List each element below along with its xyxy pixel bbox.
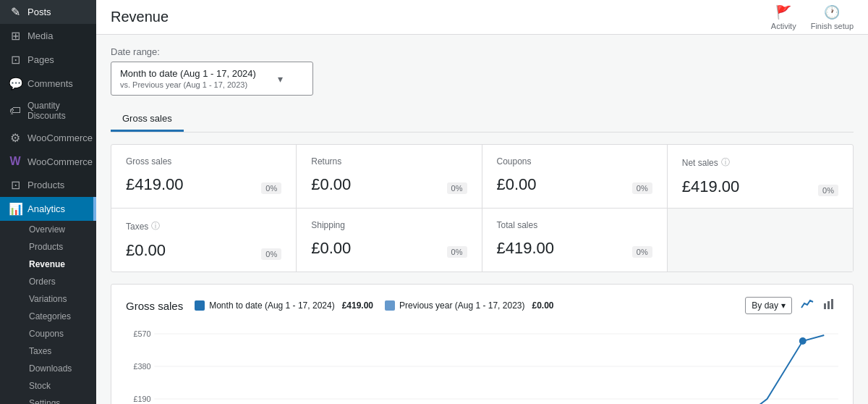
sidebar-sub-coupons[interactable]: Coupons — [9, 325, 96, 342]
svg-text:£380: £380 — [133, 362, 150, 371]
tab-gross-sales[interactable]: Gross sales — [111, 107, 184, 132]
svg-point-10 — [799, 337, 807, 345]
sidebar-sub-downloads[interactable]: Downloads — [9, 360, 96, 377]
sidebar-sub-variations[interactable]: Variations — [9, 290, 96, 308]
returns-value: £0.00 — [311, 175, 351, 194]
svg-text:£190: £190 — [133, 395, 150, 403]
media-icon: ⊞ — [9, 29, 22, 43]
sidebar-sub-taxes[interactable]: Taxes — [9, 342, 96, 360]
page-title: Revenue — [111, 9, 169, 25]
date-range-selector[interactable]: Month to date (Aug 1 - 17, 2024) vs. Pre… — [111, 62, 313, 96]
stats-grid: Gross sales £419.00 0% Returns £0.00 0% — [111, 144, 854, 272]
woocommerce-icon: W — [9, 155, 22, 168]
main-content: Revenue 🚩 Activity 🕐 Finish setup Date r… — [96, 0, 868, 404]
date-range-main: Month to date (Aug 1 - 17, 2024) — [120, 68, 256, 79]
date-range-sub: vs. Previous year (Aug 1 - 17, 2023) — [120, 80, 256, 89]
quantity-discounts-icon: 🏷 — [9, 104, 22, 117]
sidebar-item-posts[interactable]: ✎ Posts — [0, 0, 96, 24]
gross-sales-badge: 0% — [261, 182, 281, 194]
stat-taxes: Taxes ⓘ £0.00 0% — [111, 209, 297, 272]
net-sales-value: £419.00 — [682, 177, 740, 196]
comments-icon: 💬 — [9, 77, 22, 91]
chart-tabs: Gross sales — [111, 107, 854, 132]
clock-icon: 🕐 — [824, 4, 840, 20]
bar-chart-button[interactable] — [820, 296, 838, 315]
sidebar-item-woocommerce[interactable]: W WooCommerce — [0, 150, 96, 173]
sidebar: ✎ Posts ⊞ Media ⊡ Pages 💬 Comments 🏷 Qua… — [0, 0, 96, 404]
info-icon-taxes: ⓘ — [151, 220, 160, 232]
legend-period2: Previous year (Aug 1 - 17, 2023) £0.00 — [385, 300, 553, 311]
analytics-icon: 📊 — [9, 202, 22, 216]
info-icon: ⓘ — [721, 156, 730, 169]
chart-svg: £570 £380 £190 — [126, 327, 838, 404]
date-range-text: Month to date (Aug 1 - 17, 2024) vs. Pre… — [120, 68, 256, 89]
coupons-badge: 0% — [632, 182, 652, 194]
products-icon: ⊡ — [9, 178, 22, 192]
date-range-label: Date range: — [111, 46, 854, 57]
legend-period1: Month to date (Aug 1 - 17, 2024) £419.00 — [195, 300, 373, 311]
sidebar-sub-categories[interactable]: Categories — [9, 308, 96, 325]
sidebar-sub-products[interactable]: Products — [9, 238, 96, 256]
stat-coupons: Coupons £0.00 0% — [482, 145, 668, 209]
analytics-submenu: Overview Products Revenue Orders Variati… — [0, 221, 96, 404]
total-sales-value: £419.00 — [497, 239, 555, 258]
net-sales-badge: 0% — [818, 185, 838, 196]
sidebar-sub-stock[interactable]: Stock — [9, 377, 96, 395]
legend-value-2: £0.00 — [532, 300, 553, 311]
sidebar-item-quantity-discounts[interactable]: 🏷 Quantity Discounts — [0, 96, 96, 126]
pages-icon: ⊡ — [9, 53, 22, 67]
stat-empty — [668, 209, 853, 272]
legend-checkbox-2 — [385, 300, 395, 311]
page-header: Revenue 🚩 Activity 🕐 Finish setup — [96, 0, 868, 35]
sidebar-item-products[interactable]: ⊡ Products — [0, 173, 96, 197]
taxes-badge: 0% — [261, 248, 281, 260]
chart-header: Gross sales Month to date (Aug 1 - 17, 2… — [126, 296, 838, 315]
svg-rect-2 — [831, 299, 833, 309]
stat-total-sales: Total sales £419.00 0% — [482, 209, 668, 272]
stat-gross-sales: Gross sales £419.00 0% — [111, 145, 297, 209]
activity-button[interactable]: 🚩 Activity — [771, 4, 796, 30]
taxes-value: £0.00 — [126, 241, 166, 260]
sidebar-item-media[interactable]: ⊞ Media — [0, 24, 96, 48]
stat-returns: Returns £0.00 0% — [297, 145, 482, 209]
sidebar-sub-overview[interactable]: Overview — [9, 221, 96, 238]
sidebar-item-analytics[interactable]: 📊 Analytics — [0, 197, 96, 221]
header-actions: 🚩 Activity 🕐 Finish setup — [771, 4, 854, 30]
line-chart-button[interactable] — [798, 296, 817, 315]
chart-title: Gross sales — [126, 300, 183, 312]
stat-net-sales: Net sales ⓘ £419.00 0% — [668, 145, 853, 209]
chart-controls: By day ▾ — [745, 296, 838, 315]
shipping-value: £0.00 — [311, 239, 351, 258]
legend-value-1: £419.00 — [342, 300, 373, 311]
gross-sales-value: £419.00 — [126, 175, 184, 194]
svg-rect-1 — [827, 301, 830, 309]
activity-icon: 🚩 — [775, 4, 791, 20]
finish-setup-button[interactable]: 🕐 Finish setup — [811, 4, 854, 30]
svg-rect-0 — [824, 303, 826, 309]
legend-checkbox-1 — [195, 300, 205, 311]
sidebar-item-pages[interactable]: ⊡ Pages — [0, 48, 96, 72]
coupons-value: £0.00 — [497, 175, 537, 194]
shipping-badge: 0% — [447, 246, 467, 258]
total-sales-badge: 0% — [632, 246, 652, 258]
by-day-select[interactable]: By day ▾ — [745, 297, 792, 314]
cog-icon: ⚙ — [9, 131, 22, 145]
chart-view-buttons — [798, 296, 838, 315]
returns-badge: 0% — [447, 182, 467, 194]
revenue-chart: £570 £380 £190 — [126, 327, 838, 404]
chevron-down-icon: ▾ — [278, 73, 283, 85]
sidebar-item-cog-for-wc[interactable]: ⚙ WooCommerce — [0, 126, 96, 150]
content-area: Date range: Month to date (Aug 1 - 17, 2… — [96, 35, 868, 404]
stat-shipping: Shipping £0.00 0% — [297, 209, 482, 272]
svg-text:£570: £570 — [133, 329, 150, 338]
sidebar-sub-revenue[interactable]: Revenue — [9, 256, 96, 273]
sidebar-sub-orders[interactable]: Orders — [9, 273, 96, 290]
chevron-down-icon: ▾ — [781, 300, 786, 311]
chart-section: Gross sales Month to date (Aug 1 - 17, 2… — [111, 284, 854, 404]
posts-icon: ✎ — [9, 5, 22, 19]
sidebar-sub-settings[interactable]: Settings — [9, 395, 96, 404]
sidebar-item-comments[interactable]: 💬 Comments — [0, 72, 96, 96]
